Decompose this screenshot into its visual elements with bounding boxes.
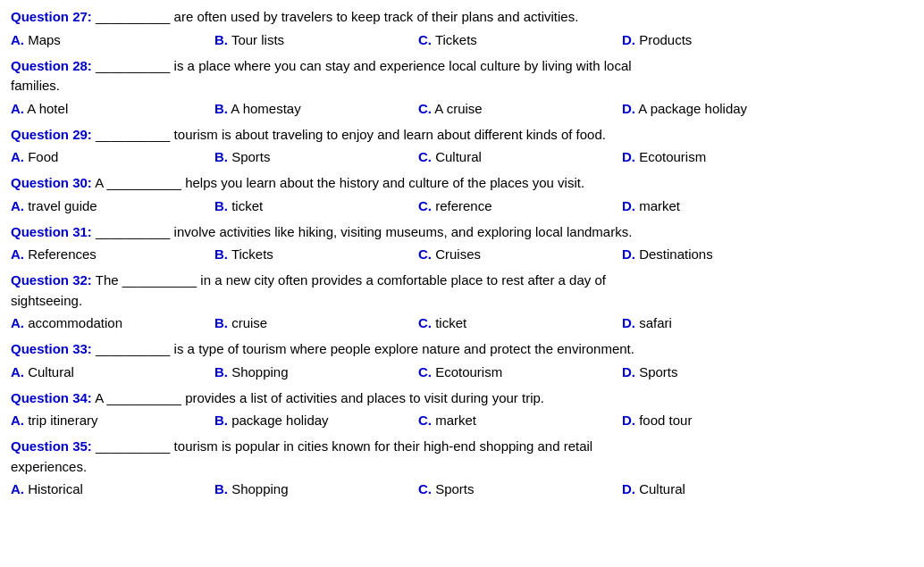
answer-item: B. Shopping (214, 479, 411, 500)
answer-letter: A. (11, 315, 24, 330)
answer-text: package holiday (228, 413, 329, 428)
answer-letter: D. (622, 246, 635, 262)
answer-item: B. package holiday (214, 410, 411, 431)
answer-text: Sports (635, 364, 678, 379)
question-30-text: A __________ helps you learn about the h… (92, 175, 584, 190)
answer-text: Cultural (635, 481, 685, 496)
question-27-text: __________ are often used by travelers t… (92, 9, 579, 24)
answer-text: Ecotourism (635, 149, 706, 164)
answer-item: C. Ecotourism (418, 362, 615, 383)
answers-line: A. accommodationB. cruiseC. ticketD. saf… (11, 313, 913, 334)
question-34-label: Question 34: (11, 390, 92, 405)
answer-letter: C. (418, 364, 432, 379)
answer-letter: D. (622, 101, 635, 116)
answer-item: B. Sports (214, 146, 411, 168)
answer-text: reference (432, 198, 492, 213)
answers-line: A. CulturalB. ShoppingC. EcotourismD. Sp… (11, 362, 913, 383)
answers-line: A. trip itineraryB. package holidayC. ma… (11, 410, 913, 431)
answer-letter: C. (418, 246, 432, 262)
answer-letter: B. (214, 246, 228, 262)
answer-text: Cruises (432, 246, 481, 262)
question-35-continuation: experiences. (11, 457, 913, 478)
answer-text: market (432, 413, 476, 428)
answer-letter: C. (418, 198, 432, 213)
answer-text: Cultural (432, 149, 482, 164)
answer-item: A. trip itinerary (11, 410, 207, 431)
question-31-line: Question 31: __________ involve activiti… (11, 222, 913, 243)
answer-letter: B. (214, 198, 228, 213)
question-28-continuation: families. (11, 76, 913, 96)
question-35-label: Question 35: (11, 438, 92, 454)
answer-letter: D. (622, 198, 635, 213)
answer-item: D. Cultural (622, 479, 819, 500)
answer-letter: C. (418, 481, 432, 496)
answer-text: ticket (432, 315, 466, 330)
question-29-line: Question 29: __________ tourism is about… (11, 125, 913, 146)
answer-letter: A. (11, 246, 24, 262)
answer-text: travel guide (24, 198, 97, 213)
answer-text: Tour lists (228, 32, 284, 47)
question-29: Question 29: __________ tourism is about… (11, 125, 913, 169)
answer-item: C. Cultural (418, 146, 615, 168)
answer-letter: B. (214, 481, 228, 496)
question-32: Question 32: The __________ in a new cit… (11, 271, 913, 334)
answer-text: accommodation (24, 315, 122, 330)
answer-text: Food (24, 149, 58, 164)
question-31: Question 31: __________ involve activiti… (11, 222, 913, 266)
answer-item: C. ticket (418, 313, 615, 334)
answer-letter: B. (214, 413, 228, 428)
answer-item: D. Products (622, 29, 819, 51)
answer-text: trip itinerary (24, 413, 98, 428)
question-28-text: __________ is a place where you can stay… (92, 58, 632, 73)
answer-letter: C. (418, 413, 432, 428)
answer-item: D. safari (622, 313, 819, 334)
answer-text: Sports (432, 481, 475, 496)
answer-item: A. References (11, 244, 207, 265)
question-31-text: __________ involve activities like hikin… (92, 224, 632, 239)
answer-text: A hotel (24, 101, 68, 116)
question-27: Question 27: __________ are often used b… (11, 7, 913, 51)
answer-letter: A. (11, 413, 24, 428)
answer-text: market (635, 198, 680, 213)
answer-item: C. Sports (418, 479, 615, 500)
question-33-text: __________ is a type of tourism where pe… (92, 341, 634, 356)
answer-letter: A. (11, 32, 24, 47)
answer-letter: C. (418, 101, 432, 116)
answer-letter: A. (11, 101, 24, 116)
answer-item: A. accommodation (11, 313, 207, 334)
answer-item: A. Cultural (11, 362, 207, 383)
answer-letter: D. (622, 32, 635, 47)
question-33-line: Question 33: __________ is a type of tou… (11, 339, 913, 360)
answer-text: safari (635, 315, 672, 330)
answer-text: Shopping (228, 481, 289, 496)
answer-item: B. cruise (214, 313, 411, 334)
answer-text: Sports (228, 149, 271, 164)
question-28-label: Question 28: (11, 58, 92, 73)
answer-text: Shopping (228, 364, 289, 379)
question-32-text: The __________ in a new city often provi… (92, 272, 606, 288)
question-32-line: Question 32: The __________ in a new cit… (11, 271, 913, 291)
answer-letter: B. (214, 364, 228, 379)
answer-item: C. Cruises (418, 244, 615, 265)
answer-text: food tour (635, 413, 692, 428)
answer-text: A package holiday (635, 101, 747, 116)
answer-item: D. Sports (622, 362, 819, 383)
answer-item: B. Shopping (214, 362, 411, 383)
answer-text: ticket (228, 198, 263, 213)
answer-item: C. reference (418, 196, 615, 217)
question-32-label: Question 32: (11, 272, 92, 288)
answer-letter: B. (214, 315, 228, 330)
question-33: Question 33: __________ is a type of tou… (11, 339, 913, 383)
answer-text: Products (635, 32, 692, 47)
answer-text: Maps (24, 32, 61, 47)
answer-letter: D. (622, 315, 635, 330)
answers-line: A. FoodB. SportsC. CulturalD. Ecotourism (11, 146, 913, 168)
question-32-continuation: sightseeing. (11, 291, 913, 312)
question-27-label: Question 27: (11, 9, 92, 24)
answer-letter: C. (418, 315, 432, 330)
answer-item: A. Historical (11, 479, 207, 500)
answer-text: Tickets (432, 32, 477, 47)
answer-item: A. travel guide (11, 196, 207, 217)
answer-item: A. Food (11, 146, 207, 168)
question-34-text: A __________ provides a list of activiti… (92, 390, 544, 405)
